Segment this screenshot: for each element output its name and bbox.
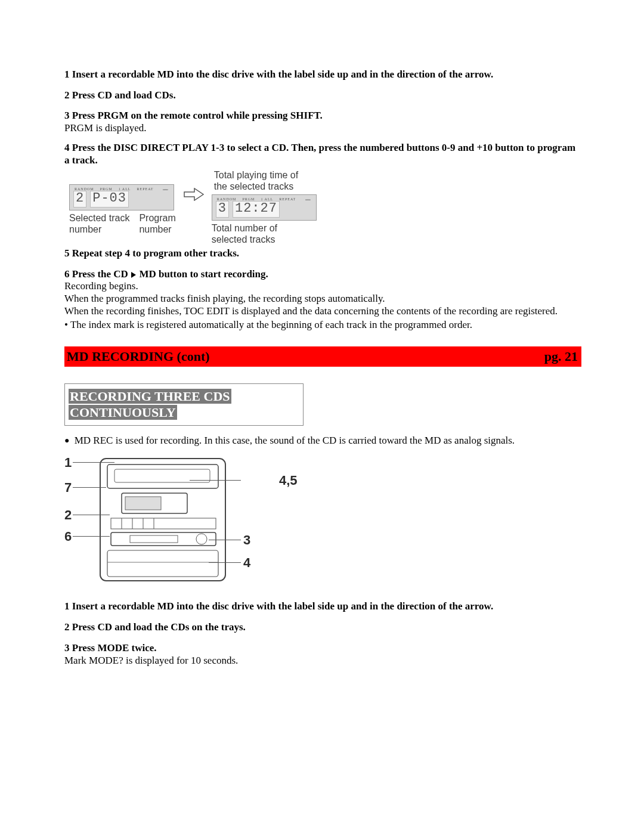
- callout-3: 3: [243, 532, 250, 548]
- step-5: 5 Repeat step 4 to program other tracks.: [64, 247, 581, 260]
- selected-track-number-readout: 2: [73, 191, 86, 208]
- indicator-label: RANDOM: [75, 187, 94, 191]
- intro-bullet-text: MD REC is used for recording. In this ca…: [72, 435, 515, 446]
- leader-line: [190, 480, 241, 481]
- section-bar-frame: MD RECORDING (cont) pg. 21: [64, 346, 581, 367]
- total-time-readout: 12:27: [233, 201, 280, 218]
- step-6-text-post: MD button to start recording.: [139, 268, 268, 280]
- indicator-label: PRGM: [242, 197, 255, 201]
- leader-line: [73, 536, 110, 537]
- callout-4-5: 4,5: [279, 473, 298, 488]
- sub-heading-line-2: CONTINUOUSLY: [69, 405, 177, 420]
- bottom-step-2: 2 Press CD and load the CDs on the trays…: [64, 621, 581, 634]
- step-6-block: 6 Press the CD MD button to start record…: [64, 268, 581, 332]
- label-selected-track-number: Selected track number: [69, 213, 129, 235]
- arrow-icon: [182, 188, 206, 201]
- step-1: 1 Insert a recordable MD into the disc d…: [64, 69, 581, 81]
- leader-line: [73, 515, 110, 515]
- callout-6: 6: [64, 529, 72, 544]
- sub-heading-line-1: RECORDING THREE CDS: [69, 389, 231, 404]
- indicator-label: RANDOM: [217, 197, 237, 201]
- step-6-text-pre: 6 Press the CD: [64, 268, 128, 280]
- section-title: MD RECORDING (cont): [67, 349, 210, 364]
- play-triangle-icon: [131, 272, 136, 278]
- document-page: 1 Insert a recordable MD into the disc d…: [0, 0, 644, 710]
- bottom-step-3-block: 3 Press MODE twice. Mark MODE? is displa…: [64, 642, 581, 667]
- display-panel-right: RANDOM PRGM 1 ALL REPEAT ┅┅ 3 12:27: [212, 194, 317, 221]
- indicator-label: 1 ALL: [261, 197, 273, 201]
- sub-heading-box: RECORDING THREE CDS CONTINUOUSLY: [64, 383, 304, 426]
- label-total-playing-time: Total playing time of the selected track…: [214, 170, 298, 192]
- step-6-instruction: 6 Press the CD MD button to start record…: [64, 268, 581, 281]
- total-tracks-readout: 3: [216, 201, 229, 218]
- display-left-labels: Selected track number Program number: [69, 213, 176, 235]
- svg-rect-5: [111, 518, 216, 529]
- callout-4: 4: [243, 555, 250, 571]
- bottom-step-3-instruction: 3 Press MODE twice.: [64, 642, 581, 655]
- display-left-column: RANDOM PRGM 1 ALL REPEAT ┅┅ 2 P-03 Selec…: [69, 184, 176, 235]
- display-right-column: Total playing time of the selected track…: [212, 170, 317, 245]
- step-2: 2 Press CD and load CDs.: [64, 89, 581, 102]
- step-6-note-2: When the programmed tracks finish playin…: [64, 293, 581, 305]
- step-6-note-1: Recording begins.: [64, 280, 581, 293]
- step-3-block: 3 Press PRGM on the remote control while…: [64, 110, 581, 134]
- svg-rect-11: [130, 535, 178, 543]
- step-6-note-3: When the recording finishes, TOC EDIT is…: [64, 305, 581, 318]
- leader-line: [209, 540, 241, 540]
- program-number-readout: P-03: [90, 191, 129, 208]
- leader-line: [209, 562, 241, 563]
- unit-diagram: 1 7 2 6 4,5 3 4: [64, 451, 279, 589]
- intro-bullet: ● MD REC is used for recording. In this …: [64, 434, 581, 447]
- step-6-bullet: • The index mark is registered automatic…: [64, 319, 581, 332]
- display-figure: RANDOM PRGM 1 ALL REPEAT ┅┅ 2 P-03 Selec…: [64, 170, 581, 245]
- bottom-step-3-note: Mark MODE? is displayed for 10 seconds.: [64, 655, 581, 667]
- label-program-number: Program number: [139, 213, 175, 235]
- callout-1: 1: [64, 455, 72, 470]
- svg-rect-13: [107, 550, 218, 577]
- step-3-instruction: 3 Press PRGM on the remote control while…: [64, 110, 581, 122]
- panel-decor-dots: ┅┅: [305, 197, 310, 203]
- display-panel-left: RANDOM PRGM 1 ALL REPEAT ┅┅ 2 P-03: [69, 184, 174, 210]
- svg-point-12: [196, 534, 207, 544]
- indicator-label: REPEAT: [279, 197, 296, 201]
- callout-2: 2: [64, 507, 72, 523]
- page-number: pg. 21: [544, 349, 578, 364]
- bottom-step-1: 1 Insert a recordable MD into the disc d…: [64, 600, 581, 613]
- callout-7: 7: [64, 480, 72, 496]
- filled-bullet-icon: ●: [64, 436, 69, 445]
- display-right-labels: Total number of selected tracks: [212, 223, 277, 245]
- label-total-number-tracks: Total number of selected tracks: [212, 223, 277, 245]
- panel-decor-dots: ┅┅: [163, 187, 168, 193]
- indicator-label: 1 ALL: [119, 187, 131, 191]
- panel-indicator-row: RANDOM PRGM 1 ALL REPEAT: [217, 197, 311, 201]
- step-3-note: PRGM is displayed.: [64, 122, 581, 135]
- leader-line: [73, 487, 106, 488]
- panel-indicator-row: RANDOM PRGM 1 ALL REPEAT: [75, 187, 169, 191]
- step-4: 4 Press the DISC DIRECT PLAY 1-3 to sele…: [64, 142, 581, 166]
- section-bar: MD RECORDING (cont) pg. 21: [66, 348, 580, 366]
- indicator-label: REPEAT: [137, 187, 154, 191]
- svg-rect-1: [107, 465, 218, 488]
- indicator-label: PRGM: [100, 187, 113, 191]
- svg-rect-4: [125, 497, 161, 510]
- leader-line: [73, 462, 114, 463]
- svg-rect-10: [111, 532, 216, 546]
